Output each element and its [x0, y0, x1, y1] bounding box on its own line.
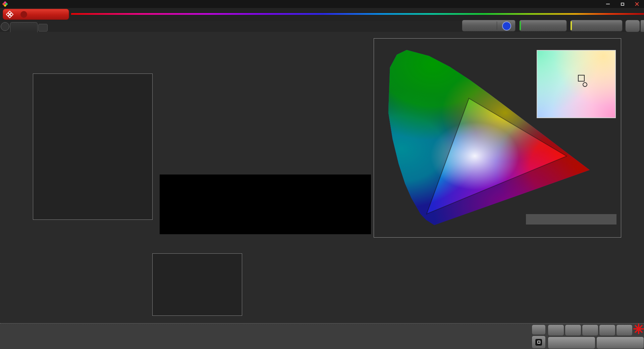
app-logo-icon	[2, 1, 8, 7]
next-button[interactable]	[596, 337, 644, 349]
calman-diamond-icon	[6, 10, 14, 18]
continuous-read-button[interactable]	[599, 325, 615, 336]
stop-button[interactable]	[548, 325, 564, 336]
minimize-button[interactable]	[601, 0, 615, 8]
calman-menu-button[interactable]	[3, 9, 69, 20]
maximize-icon	[621, 3, 624, 6]
logo-menu-chevron-icon	[20, 11, 27, 18]
white-point-zoom-inset	[537, 50, 616, 118]
collapse-panel-button[interactable]	[640, 20, 644, 32]
divider	[497, 21, 497, 30]
pattern-bottom-bar	[0, 323, 644, 349]
close-button[interactable]	[630, 0, 644, 8]
add-tab-button[interactable]	[38, 24, 48, 32]
white-measured-dot-marker	[583, 82, 587, 87]
pattern-size-button[interactable]	[582, 325, 598, 336]
alert-asterisk-icon	[633, 323, 644, 335]
settings-button[interactable]	[625, 20, 640, 32]
play-button[interactable]	[565, 325, 581, 336]
patterns-dropdown[interactable]	[519, 20, 567, 32]
display-control-accent	[571, 21, 572, 30]
white-target-square-marker	[578, 75, 585, 82]
tab-history-1[interactable]	[10, 22, 38, 32]
meter-count-badge[interactable]	[502, 21, 511, 31]
minimize-icon	[606, 4, 610, 4]
close-icon	[635, 2, 639, 6]
display-control-dropdown[interactable]	[570, 20, 623, 32]
deltae-2000-chart	[33, 73, 153, 220]
refresh-button[interactable]	[616, 325, 633, 336]
back-button[interactable]	[548, 337, 595, 349]
calman-app-window	[0, 0, 644, 349]
rgb-balance-chart	[152, 253, 242, 316]
pattern-window-icon	[535, 339, 542, 346]
pattern-window-button[interactable]	[532, 336, 546, 349]
stack-up-button[interactable]	[532, 325, 546, 335]
meter-dropdown[interactable]	[462, 20, 516, 32]
measurement-table	[250, 244, 499, 323]
rainbow-gradient-strip	[71, 13, 644, 15]
patterns-accent	[520, 21, 521, 30]
window-title-bar	[0, 0, 644, 8]
maximize-button[interactable]	[615, 0, 630, 8]
gamut-coverage-readout	[526, 214, 616, 225]
actual-target-swatch-strip	[160, 174, 371, 234]
tab-scroll-button[interactable]	[1, 22, 9, 31]
